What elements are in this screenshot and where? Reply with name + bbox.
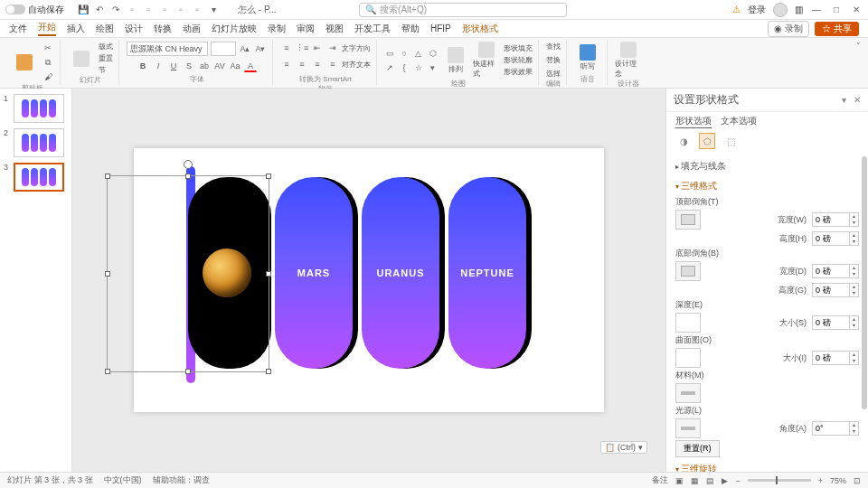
size-tab-icon[interactable]: ⬚	[722, 133, 739, 149]
tab-hfip[interactable]: HFIP	[430, 23, 451, 33]
tab-help[interactable]: 帮助	[401, 23, 420, 35]
bot-bevel-width[interactable]: ▴▾	[812, 264, 859, 278]
justify-icon[interactable]: ≡	[326, 58, 339, 70]
quickstyle-button[interactable]: 快速样式	[473, 42, 500, 79]
pill-neptune[interactable]: NEPTUNE	[448, 177, 526, 369]
accessibility[interactable]: 辅助功能：调查	[153, 474, 210, 486]
user-label[interactable]: 登录	[748, 4, 766, 16]
pane-close-icon[interactable]: ✕	[854, 95, 861, 105]
section-effects[interactable]: 填充与线条	[675, 158, 859, 174]
qat-icon[interactable]: ▫	[158, 4, 171, 16]
align-left-icon[interactable]: ≡	[280, 58, 293, 70]
resize-handle[interactable]	[105, 174, 110, 179]
undo-icon[interactable]: ↶	[93, 4, 106, 16]
newslide-button[interactable]	[68, 51, 95, 67]
section-3dformat[interactable]: 三维格式	[675, 178, 859, 194]
close-button[interactable]: ✕	[850, 5, 863, 14]
tab-record[interactable]: 录制	[268, 23, 286, 35]
zoom-slider[interactable]	[748, 479, 811, 482]
resize-handle[interactable]	[266, 174, 271, 179]
font-name[interactable]: 思源黑体 CN Heavy	[127, 42, 208, 56]
depth-color[interactable]	[675, 313, 701, 333]
align-right-icon[interactable]: ≡	[311, 58, 324, 70]
copy-icon[interactable]: ⧉	[42, 56, 54, 69]
lighting-angle[interactable]: ▴▾	[812, 421, 859, 436]
dec-font-icon[interactable]: A▾	[254, 42, 267, 55]
resize-handle[interactable]	[185, 369, 191, 374]
redo-icon[interactable]: ↷	[109, 4, 122, 16]
pane-dropdown-icon[interactable]: ▾	[842, 95, 846, 105]
tab-dev[interactable]: 开发工具	[354, 23, 391, 35]
shadow-button[interactable]: ab	[198, 60, 211, 72]
top-bevel-picker[interactable]	[675, 210, 701, 230]
share-button[interactable]: ☆ 共享	[815, 22, 859, 36]
tab-transition[interactable]: 转换	[154, 23, 172, 35]
cut-icon[interactable]: ✂	[42, 42, 54, 54]
zoom-in-icon[interactable]: +	[818, 476, 823, 485]
case-button[interactable]: Aa	[229, 60, 241, 72]
dictate-button[interactable]: 听写	[574, 44, 601, 71]
qat-icon[interactable]: ▫	[191, 4, 203, 16]
section-3drot[interactable]: 三维旋转	[675, 461, 859, 472]
pane-tab-shape[interactable]: 形状选项	[675, 115, 712, 128]
shape-icon[interactable]: ▭	[384, 47, 396, 60]
lighting-picker[interactable]	[675, 418, 701, 438]
view-sorter-icon[interactable]: ▦	[691, 476, 699, 485]
qat-more-icon[interactable]: ▾	[207, 4, 220, 16]
bold-button[interactable]: B	[137, 60, 149, 72]
tab-anim[interactable]: 动画	[183, 23, 201, 35]
qat-icon[interactable]: ▫	[142, 4, 155, 16]
pane-tab-text[interactable]: 文本选项	[721, 115, 757, 128]
language[interactable]: 中文(中国)	[104, 474, 142, 486]
tab-draw[interactable]: 绘图	[96, 23, 114, 35]
fontcolor-button[interactable]: A	[244, 60, 257, 72]
depth-size[interactable]: ▴▾	[812, 315, 859, 330]
fill-tab-icon[interactable]: ◑	[675, 133, 692, 149]
warning-icon[interactable]: ⚠	[732, 5, 741, 14]
top-bevel-width[interactable]: ▴▾	[812, 212, 859, 227]
designer-button[interactable]: 设计理念	[615, 42, 642, 79]
save-icon[interactable]: 💾	[77, 4, 90, 16]
minimize-button[interactable]: —	[810, 5, 823, 14]
pill-mars[interactable]: MARS	[275, 177, 353, 369]
bullets-icon[interactable]: ≡	[280, 42, 293, 54]
paste-button[interactable]	[11, 54, 38, 70]
resize-handle[interactable]	[105, 271, 110, 277]
slide-counter[interactable]: 幻灯片 第 3 张，共 3 张	[7, 474, 93, 486]
thumbnail[interactable]: 2	[4, 128, 68, 157]
paste-options-badge[interactable]: 📋 (Ctrl) ▾	[600, 441, 647, 454]
zoom-out-icon[interactable]: −	[735, 476, 740, 485]
arrange-button[interactable]: 排列	[442, 47, 469, 74]
record-button[interactable]: ◉ 录制	[768, 21, 809, 37]
strike-button[interactable]: S	[183, 60, 195, 72]
tab-design[interactable]: 设计	[125, 23, 143, 35]
align-center-icon[interactable]: ≡	[296, 58, 308, 70]
slide-canvas[interactable]: MARS URANUS NEPTUNE 📋 (Ctrl) ▾	[72, 89, 665, 472]
maximize-button[interactable]: □	[830, 5, 843, 14]
contour-size[interactable]: ▴▾	[812, 351, 859, 365]
font-size[interactable]	[211, 42, 236, 56]
bot-bevel-height[interactable]: ▴▾	[812, 283, 859, 297]
tab-slideshow[interactable]: 幻灯片放映	[212, 23, 257, 35]
tab-home[interactable]: 开始	[38, 21, 56, 36]
tab-shapeformat[interactable]: 形状格式	[462, 23, 498, 35]
indent-dec-icon[interactable]: ⇤	[311, 42, 324, 54]
ribbon-toggle-icon[interactable]: ▥	[795, 5, 803, 14]
top-bevel-height[interactable]: ▴▾	[812, 231, 859, 246]
tab-view[interactable]: 视图	[326, 23, 344, 35]
rotate-handle[interactable]	[184, 160, 193, 169]
material-picker[interactable]	[675, 383, 701, 403]
contour-color[interactable]	[675, 348, 701, 368]
view-reading-icon[interactable]: ▤	[706, 476, 714, 485]
autosave-toggle[interactable]: 自动保存	[5, 4, 64, 16]
pill-uranus[interactable]: URANUS	[362, 177, 439, 369]
inc-font-icon[interactable]: A▴	[239, 42, 251, 55]
qat-icon[interactable]: ▫	[175, 4, 187, 16]
reset-button[interactable]: 重置(R)	[675, 440, 720, 457]
thumbnail[interactable]: 1	[4, 94, 68, 123]
notes-button[interactable]: 备注	[652, 474, 668, 486]
tab-review[interactable]: 审阅	[297, 23, 315, 35]
search-box[interactable]: 🔍 搜索(Alt+Q)	[359, 3, 567, 17]
view-slideshow-icon[interactable]: ▶	[722, 476, 728, 485]
thumbnail-selected[interactable]: 3	[4, 163, 68, 192]
